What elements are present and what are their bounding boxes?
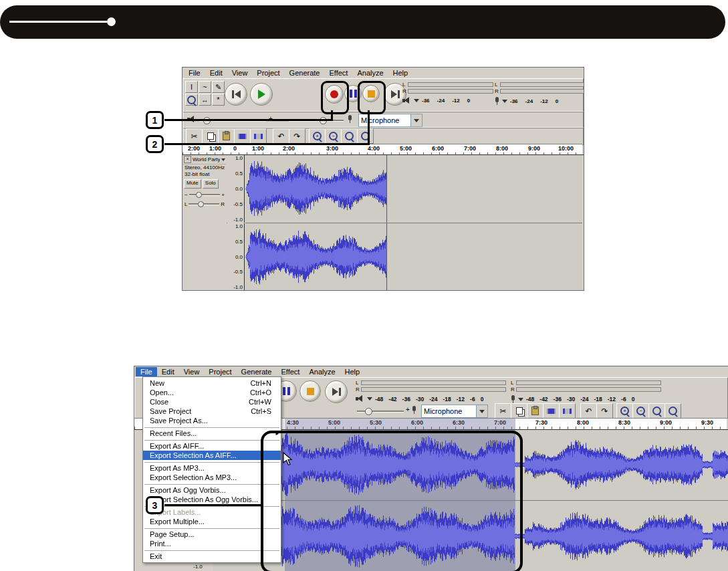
waveform-channel-left[interactable] [245, 155, 582, 223]
pan-right-label: R [221, 201, 225, 207]
menu-item[interactable]: Analyze [304, 367, 340, 376]
silence-button[interactable] [559, 403, 576, 419]
ruler-tick-label: 1:00 [252, 145, 264, 152]
menu-item[interactable]: Effect [324, 68, 352, 78]
undo-button[interactable]: ↶ [273, 128, 289, 144]
fit-project-button[interactable] [664, 403, 681, 419]
copy-button[interactable] [511, 403, 527, 419]
multi-tool-button[interactable]: * [212, 94, 225, 106]
trim-button[interactable] [234, 128, 251, 144]
input-volume-slider[interactable] [357, 411, 404, 412]
zoom-out-button[interactable]: − [325, 128, 342, 144]
meter-right-label: R [356, 386, 361, 392]
track-menu-icon[interactable] [221, 158, 225, 161]
file-menu-item[interactable]: Save Project Ctrl+S ▸ [143, 407, 281, 416]
paste-button[interactable] [218, 128, 235, 144]
draw-tool-button[interactable]: ✎ [212, 81, 225, 93]
trim-button[interactable] [543, 403, 560, 419]
cut-button[interactable]: ✂ [186, 128, 203, 144]
menu-item[interactable]: Effect [276, 367, 304, 376]
gain-minus-label: − [185, 192, 188, 198]
silence-button[interactable] [250, 128, 267, 144]
meter-scale-label: -12 [540, 98, 548, 104]
callout-box-record [321, 81, 349, 114]
slider-knob[interactable] [198, 201, 204, 207]
copy-button[interactable] [202, 128, 219, 144]
combo-button[interactable] [476, 405, 487, 417]
menu-item[interactable]: Generate [285, 68, 325, 78]
cut-button[interactable]: ✂ [495, 403, 511, 419]
selection-tool-button[interactable]: I [185, 81, 198, 93]
timeshift-tool-button[interactable]: ↔ [199, 94, 211, 106]
meter-scale-label: -12 [452, 98, 460, 104]
slider-knob[interactable] [196, 192, 202, 198]
menu-item[interactable]: View [227, 68, 253, 78]
redo-button[interactable]: ↷ [596, 403, 613, 419]
meter-scale-label: -18 [443, 396, 451, 403]
zoom-out-icon: − [636, 407, 645, 415]
menu-item[interactable]: Project [252, 68, 284, 78]
vertical-scale-ch1: 1.00.50.0-0.5-1.0 [227, 155, 245, 223]
fit-project-button[interactable] [357, 128, 374, 144]
meter-dropdown-icon[interactable] [502, 100, 507, 103]
meter-dropdown-icon[interactable] [414, 99, 419, 102]
file-menu-item[interactable]: Close Ctrl+W ▸ [143, 397, 281, 407]
zoom-out-button[interactable]: − [632, 403, 649, 419]
slider-knob[interactable] [365, 408, 372, 415]
file-menu-item[interactable]: Save Project As... ▸ [143, 416, 281, 425]
zoom-in-button[interactable]: + [616, 403, 633, 419]
menu-item[interactable]: Help [388, 68, 413, 78]
ruler-tick-label: 10:00 [558, 145, 574, 152]
menu-item[interactable]: Edit [205, 68, 227, 78]
menu-item[interactable]: View [179, 367, 205, 376]
file-menu-item[interactable]: Open... Ctrl+O ▸ [143, 388, 281, 397]
zoom-tool-button[interactable] [185, 94, 198, 106]
redo-button[interactable]: ↷ [289, 128, 306, 144]
meter-dropdown-icon[interactable] [518, 398, 523, 401]
input-device-value: Microphone [422, 407, 476, 415]
envelope-tool-button[interactable]: ~ [199, 81, 211, 93]
combo-button[interactable] [410, 114, 422, 126]
ruler-tick-label: 9:00 [528, 145, 540, 152]
menu-item[interactable]: Edit [157, 367, 179, 376]
stop-button[interactable] [299, 380, 321, 402]
waveform-channel-right[interactable] [245, 223, 582, 290]
meter-dropdown-icon[interactable] [367, 397, 372, 401]
ruler-tick-label: 9:00 [660, 419, 672, 426]
gain-slider[interactable]: − + [183, 190, 227, 199]
skip-to-end-button[interactable] [325, 380, 348, 403]
file-menu-item[interactable]: New Ctrl+N ▸ [143, 378, 281, 388]
zoom-in-icon: + [313, 132, 322, 140]
solo-button[interactable]: Solo [203, 179, 219, 189]
timeshift-icon: ↔ [201, 96, 209, 104]
input-device-select[interactable]: Microphone [421, 405, 488, 418]
fit-selection-button[interactable] [648, 403, 665, 419]
menu-item[interactable]: Generate [237, 367, 277, 376]
input-meter[interactable]: L R -36-24-120 [495, 81, 584, 110]
output-meter[interactable]: L R -36-24-120 [402, 81, 493, 110]
meter-scale-label: 0 [467, 98, 470, 104]
meter-bar [408, 89, 493, 94]
menu-item[interactable]: Project [204, 367, 236, 376]
pan-slider[interactable]: L R [183, 199, 227, 209]
meter-scale-label: -24 [580, 396, 588, 403]
mute-button[interactable]: Mute [184, 179, 201, 189]
fit-selection-icon [345, 132, 354, 140]
fit-selection-button[interactable] [341, 128, 358, 144]
file-menu-item[interactable]: Recent Files... ▸ [143, 429, 281, 438]
undo-button[interactable]: ↶ [580, 403, 597, 419]
skip-to-start-button[interactable] [225, 83, 247, 106]
paste-button[interactable] [527, 403, 543, 419]
menu-item[interactable]: Analyze [352, 68, 388, 78]
menu-item[interactable]: File [184, 68, 205, 78]
zoom-in-button[interactable]: + [309, 128, 326, 144]
menu-item[interactable]: File [136, 367, 157, 376]
track-close-icon[interactable]: × [184, 156, 191, 163]
meter-scale-label: -36 [510, 98, 518, 104]
play-button[interactable] [250, 83, 273, 106]
menu-item-label: Open... [150, 388, 174, 396]
scale-label: 0.0 [235, 254, 243, 260]
menu-item[interactable]: Help [340, 367, 365, 376]
envelope-tool-icon: ~ [203, 84, 207, 91]
menu-item-label: Page Setup... [150, 530, 195, 538]
